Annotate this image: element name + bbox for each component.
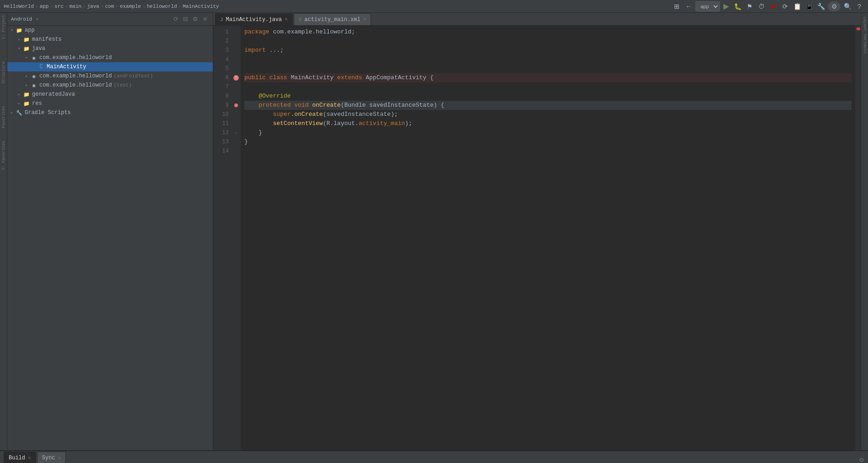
sync-button[interactable]: ⟳ xyxy=(780,1,790,11)
panel-gear-btn[interactable]: ⚙ xyxy=(191,15,199,23)
tree-item-res[interactable]: ▸ 📁 res xyxy=(7,99,213,108)
breadcrumb-mainactivity[interactable]: MainActivity xyxy=(183,4,219,9)
avd-button[interactable]: 📱 xyxy=(804,1,814,11)
tree-item-gradle[interactable]: ▸ 🔧 Gradle Scripts xyxy=(7,108,213,117)
gutter-row-9 xyxy=(232,101,241,110)
editor-scrollbar-track[interactable] xyxy=(855,26,861,450)
code-line-8: @Override xyxy=(244,92,852,101)
tab-close-mainactivity[interactable]: ✕ xyxy=(285,17,288,22)
code-line-5 xyxy=(244,64,852,73)
breadcrumb-com[interactable]: com xyxy=(105,4,114,9)
gradle-icon: 🔧 xyxy=(16,109,23,116)
favorites-panel-label[interactable]: Favorites xyxy=(1,104,6,130)
app-selector[interactable]: app xyxy=(695,1,720,11)
xml-file-icon: X xyxy=(299,17,302,22)
tree-item-package-main[interactable]: ▾ ◉ com.example.helloworld xyxy=(7,53,213,62)
code-line-10: super.onCreate(savedInstanceState); xyxy=(244,110,852,119)
breadcrumb-app[interactable]: app xyxy=(40,4,49,9)
error-indicator-top xyxy=(857,27,860,30)
tree-item-manifests[interactable]: ▸ 📁 manifests xyxy=(7,35,213,44)
breadcrumb-example[interactable]: example xyxy=(120,4,141,9)
tree-arrow-generatedjava: ▸ xyxy=(16,92,22,97)
fold-marker-12[interactable]: - xyxy=(235,131,237,136)
code-content[interactable]: package com.example.helloworld; import .… xyxy=(241,26,855,450)
tree-arrow-gradle: ▸ xyxy=(9,110,15,115)
breadcrumb-helloworld2[interactable]: helloworld xyxy=(147,4,177,9)
tree-sublabel-androidtest: (androidTest) xyxy=(113,73,153,79)
gutter-row-10 xyxy=(232,110,241,119)
tab-close-activity-main[interactable]: ✕ xyxy=(363,17,367,22)
tree-arrow-package-main: ▾ xyxy=(24,55,29,60)
tree-item-package-test[interactable]: ▸ ◉ com.example.helloworld (test) xyxy=(7,81,213,90)
toolbar-actions: ⊞ ← app ▶ 🐛 ⚑ ⏱ ■ ⟳ 📋 📱 🔧 ⚙ 🔍 ? xyxy=(672,1,864,11)
profile-button[interactable]: ⏱ xyxy=(756,1,766,11)
tree-arrow-res: ▸ xyxy=(16,101,22,106)
panel-hide-btn[interactable]: ✕ xyxy=(201,15,209,23)
editor-area: J MainActivity.java ✕ X activity_main.xm… xyxy=(213,13,861,450)
tree-item-app[interactable]: ▾ 📁 app xyxy=(7,26,213,35)
project-panel: Android ▾ ⟳ ⊟ ⚙ ✕ ▾ 📁 app ▸ 📁 manif xyxy=(7,13,213,450)
tree-arrow-package-test: ▸ xyxy=(24,82,29,88)
breadcrumb-main[interactable]: main xyxy=(69,4,81,9)
panel-sync-btn[interactable]: ⟳ xyxy=(172,15,180,23)
gradle-button[interactable]: 📋 xyxy=(792,1,802,11)
title-bar: HelloWorld › app › src › main › java › c… xyxy=(0,0,868,13)
tree-item-generatedjava[interactable]: ▸ 📁 generatedJava xyxy=(7,90,213,99)
tree-item-mainactivity[interactable]: ▸ C MainActivity xyxy=(7,62,213,71)
tree-label-app: app xyxy=(25,27,35,33)
line-numbers: 1 2 3 4 5 6 7 8 9 10 11 12 13 14 xyxy=(213,26,232,450)
code-line-2 xyxy=(244,37,852,46)
tree-label-gradle: Gradle Scripts xyxy=(25,109,71,116)
breadcrumb-src[interactable]: src xyxy=(54,4,64,9)
settings-button[interactable]: ⚙ xyxy=(828,1,841,11)
far-right-panel: Layout Variants xyxy=(861,13,868,450)
folder-icon-java: 📁 xyxy=(23,45,30,52)
gutter-icons: ! - xyxy=(232,26,241,450)
sdk-button[interactable]: 🔧 xyxy=(816,1,826,11)
gutter-row-3 xyxy=(232,46,241,55)
search-button[interactable]: 🔍 xyxy=(842,1,852,11)
gutter-row-5 xyxy=(232,64,241,73)
tree-item-java[interactable]: ▾ 📁 java xyxy=(7,44,213,53)
debug-button[interactable]: 🐛 xyxy=(733,1,743,11)
breadcrumb-helloworld[interactable]: HelloWorld xyxy=(4,4,34,9)
code-editor[interactable]: 1 2 3 4 5 6 7 8 9 10 11 12 13 14 xyxy=(213,26,861,450)
breakpoint-marker-9[interactable] xyxy=(234,103,238,107)
tab-activity-main-xml[interactable]: X activity_main.xml ✕ xyxy=(294,13,372,25)
gutter-row-8 xyxy=(232,92,241,101)
build-variants-label[interactable]: 2: Favorites xyxy=(1,139,6,172)
project-panel-label[interactable]: 1: Project xyxy=(1,13,6,41)
toolbar-layout-btn[interactable]: ⊞ xyxy=(672,1,682,11)
structure-panel-label[interactable]: Structure xyxy=(1,60,6,86)
folder-icon-generatedjava: 📁 xyxy=(23,91,30,98)
tree-sublabel-test: (test) xyxy=(113,82,132,88)
bottom-tab-sync[interactable]: Sync ✕ xyxy=(37,452,66,463)
folder-icon-manifests: 📁 xyxy=(23,36,30,43)
stop-button[interactable]: ■ xyxy=(768,1,778,11)
panel-collapse-btn[interactable]: ⊟ xyxy=(182,15,189,23)
code-line-14 xyxy=(244,147,852,156)
sync-tab-close[interactable]: ✕ xyxy=(58,455,61,461)
folder-icon-res: 📁 xyxy=(23,100,30,107)
layout-variants-label[interactable]: Layout Variants xyxy=(862,15,868,55)
build-tab-close[interactable]: ✕ xyxy=(28,455,31,461)
build-tab-label: Build xyxy=(9,455,25,461)
toolbar-back-btn[interactable]: ← xyxy=(684,1,694,11)
build-settings-btn[interactable]: ⚙ xyxy=(859,457,864,463)
breadcrumb-java[interactable]: java xyxy=(87,4,99,9)
run-button[interactable]: ▶ xyxy=(722,1,731,11)
android-dropdown[interactable]: ▾ xyxy=(36,16,38,22)
project-panel-header: Android ▾ ⟳ ⊟ ⚙ ✕ xyxy=(7,13,213,26)
tab-mainactivity-java[interactable]: J MainActivity.java ✕ xyxy=(215,13,293,25)
java-file-icon: J xyxy=(220,17,223,22)
help-button[interactable]: ? xyxy=(854,1,864,11)
tab-label-activity-main: activity_main.xml xyxy=(304,16,360,23)
tree-item-package-androidtest[interactable]: ▸ ◉ com.example.helloworld (androidTest) xyxy=(7,71,213,81)
tree-arrow-app: ▾ xyxy=(9,27,15,33)
gutter-row-4 xyxy=(232,55,241,64)
code-line-13: } xyxy=(244,137,852,147)
gutter-row-11 xyxy=(232,119,241,128)
bottom-tab-build[interactable]: Build ✕ xyxy=(4,452,36,463)
coverage-button[interactable]: ⚑ xyxy=(744,1,755,11)
gutter-row-2 xyxy=(232,37,241,46)
